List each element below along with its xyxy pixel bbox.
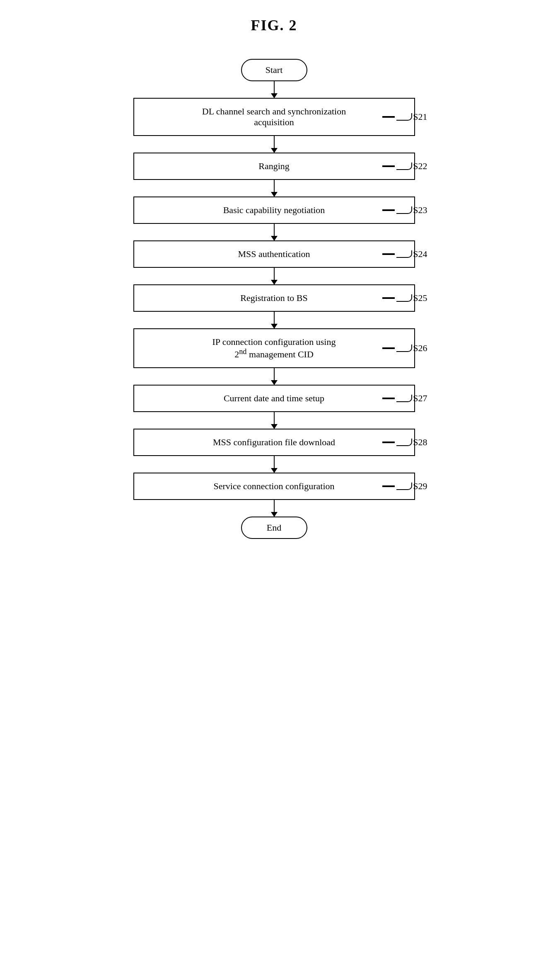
arrow-7 — [274, 368, 275, 385]
step-row-s29: Service connection configuration S29 — [96, 473, 452, 500]
arrow-3 — [274, 180, 275, 196]
arrow-2 — [274, 136, 275, 153]
step-row-s28: MSS configuration file download S28 — [96, 429, 452, 456]
arrow-8 — [274, 412, 275, 429]
arrow-5 — [274, 268, 275, 284]
step-s24-box: MSS authentication — [133, 240, 415, 268]
step-s27-label: S27 — [382, 393, 427, 404]
figure-title: FIG. 2 — [251, 17, 297, 34]
step-s24-label: S24 — [382, 249, 427, 260]
step-s28-box: MSS configuration file download — [133, 429, 415, 456]
arrow-1 — [274, 81, 275, 98]
arrow-9 — [274, 456, 275, 473]
step-s21-box: DL channel search and synchronizationacq… — [133, 98, 415, 136]
step-row-s23: Basic capability negotiation S23 — [96, 196, 452, 224]
step-row-s24: MSS authentication S24 — [96, 240, 452, 268]
start-shape: Start — [241, 59, 307, 81]
step-row-s21: DL channel search and synchronizationacq… — [96, 98, 452, 136]
step-s25-box: Registration to BS — [133, 284, 415, 312]
step-s22-box: Ranging — [133, 153, 415, 180]
step-row-s25: Registration to BS S25 — [96, 284, 452, 312]
step-s26-box: IP connection configuration using2nd man… — [133, 328, 415, 368]
step-row-s22: Ranging S22 — [96, 153, 452, 180]
step-s29-box: Service connection configuration — [133, 473, 415, 500]
arrow-6 — [274, 312, 275, 328]
end-shape: End — [241, 517, 307, 539]
start-row: Start — [96, 59, 452, 81]
arrow-10 — [274, 500, 275, 517]
arrow-4 — [274, 224, 275, 240]
flowchart: Start DL channel search and synchronizat… — [96, 59, 452, 539]
step-s26-label: S26 — [382, 343, 427, 354]
step-s23-label: S23 — [382, 205, 427, 216]
step-s23-box: Basic capability negotiation — [133, 196, 415, 224]
step-s22-label: S22 — [382, 161, 427, 172]
end-row: End — [96, 517, 452, 539]
step-s29-label: S29 — [382, 481, 427, 492]
step-s27-box: Current date and time setup — [133, 385, 415, 412]
step-s28-label: S28 — [382, 437, 427, 448]
step-row-s27: Current date and time setup S27 — [96, 385, 452, 412]
step-s21-label: S21 — [382, 112, 427, 122]
step-row-s26: IP connection configuration using2nd man… — [96, 328, 452, 368]
step-s25-label: S25 — [382, 293, 427, 303]
